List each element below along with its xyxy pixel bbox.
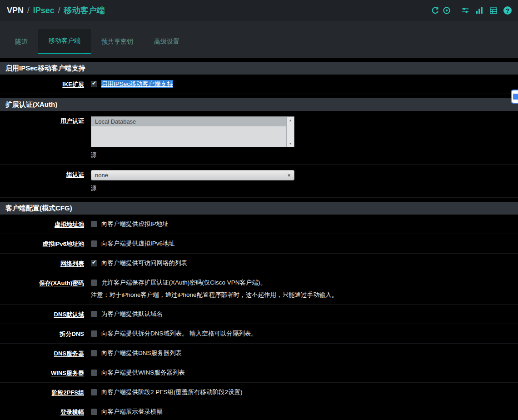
group-auth-select[interactable]: none bbox=[91, 170, 294, 180]
wins-servers-text: 向客户端提供WINS服务器列表 bbox=[101, 369, 185, 377]
user-auth-content: Local Database 源 bbox=[91, 111, 518, 164]
virtual-pool-text: 向客户端提供虚拟IP地址 bbox=[101, 220, 169, 228]
breadcrumb-vpn: VPN bbox=[7, 6, 24, 15]
status-icon[interactable] bbox=[443, 6, 451, 15]
dns-default-domain-text: 为客户端提供默认域名 bbox=[101, 310, 163, 318]
user-auth-hint: 源 bbox=[91, 151, 513, 159]
scroll-up-icon[interactable] bbox=[289, 117, 292, 124]
save-xauth-password-row: 保存(XAuth)密码 允许客户端保存扩展认证(XAuth)密码(仅Cisco … bbox=[0, 273, 518, 305]
top-navbar: VPN / IPsec / 移动客户端 bbox=[0, 0, 518, 21]
ike-extensions-checkbox[interactable] bbox=[91, 81, 97, 87]
chart-icon[interactable] bbox=[475, 6, 483, 15]
wins-servers-row: WINS服务器 向客户端提供WINS服务器列表 bbox=[0, 363, 518, 383]
network-list-text: 向客户端提供可访问网络的列表 bbox=[101, 259, 187, 267]
breadcrumb-ipsec-link[interactable]: IPsec bbox=[33, 6, 55, 15]
tab-tunnels[interactable]: 隧道 bbox=[5, 29, 38, 54]
breadcrumb-separator: / bbox=[27, 6, 30, 15]
group-auth-row: 组认证 none 源 bbox=[0, 165, 518, 198]
breadcrumb-mobile-clients-link[interactable]: 移动客户端 bbox=[64, 5, 105, 16]
login-banner-checkbox[interactable] bbox=[91, 409, 97, 415]
chevron-down-icon bbox=[284, 170, 294, 180]
scroll-down-icon[interactable] bbox=[289, 140, 292, 147]
ike-extensions-label: IKE扩展 bbox=[0, 75, 91, 94]
dns-servers-checkbox[interactable] bbox=[91, 350, 97, 356]
refresh-icon[interactable] bbox=[431, 6, 439, 15]
panel-xauth-title: 扩展认证(XAuth) bbox=[0, 98, 518, 111]
group-auth-selected-value: none bbox=[91, 172, 284, 179]
save-xauth-password-note: 注意：对于iPhone客户端，通过iPhone配置程序部署时，这不起作用，只能通… bbox=[91, 291, 513, 299]
phase2-pfs-text: 向客户端提供阶段2 PFS组(覆盖所有移动阶段2设置) bbox=[101, 388, 243, 396]
phase2-pfs-row: 阶段2PFS组 向客户端提供阶段2 PFS组(覆盖所有移动阶段2设置) bbox=[0, 383, 518, 402]
ike-extensions-row: IKE扩展 启用IPSec移动客户端支持 bbox=[0, 75, 518, 94]
translate-popup[interactable] bbox=[511, 90, 518, 104]
ike-extensions-text: 启用IPSec移动客户端支持 bbox=[101, 80, 173, 88]
dns-default-domain-checkbox[interactable] bbox=[91, 311, 97, 317]
split-dns-checkbox[interactable] bbox=[91, 330, 97, 337]
split-dns-row: 拆分DNS 向客户端提供拆分DNS域列表。 输入空格可以分隔列表。 bbox=[0, 324, 518, 344]
listbox-option-selected[interactable]: Local Database bbox=[91, 117, 286, 126]
panel-enable: 启用IPSec移动客户端支持 IKE扩展 启用IPSec移动客户端支持 bbox=[0, 62, 518, 94]
main-content: 启用IPSec移动客户端支持 IKE扩展 启用IPSec移动客户端支持 扩展认证… bbox=[0, 58, 518, 420]
panel-client-cfg: 客户端配置(模式CFG) 虚拟地址池 向客户端提供虚拟IP地址 虚拟IPv6地址… bbox=[0, 202, 518, 420]
group-auth-content: none 源 bbox=[91, 165, 518, 197]
navbar-icons: ? bbox=[431, 6, 512, 15]
filter-icon[interactable] bbox=[461, 6, 469, 15]
table-icon[interactable] bbox=[489, 6, 498, 15]
user-auth-label: 用户认证 bbox=[0, 111, 91, 164]
tab-preshared-keys[interactable]: 预共享密钥 bbox=[91, 29, 144, 54]
phase2-pfs-checkbox[interactable] bbox=[91, 389, 97, 395]
dns-servers-text: 向客户端提供DNS服务器列表 bbox=[101, 349, 182, 357]
user-auth-row: 用户认证 Local Database 源 bbox=[0, 111, 518, 165]
panel-enable-title: 启用IPSec移动客户端支持 bbox=[0, 62, 518, 75]
virtual-v6-pool-checkbox[interactable] bbox=[91, 240, 97, 247]
tab-strip: 隧道 移动客户端 预共享密钥 高级设置 bbox=[0, 21, 518, 58]
ike-extensions-content: 启用IPSec移动客户端支持 bbox=[91, 75, 518, 94]
virtual-v6-pool-text: 向客户端提供虚拟IPv6地址 bbox=[101, 240, 175, 248]
help-glyph: ? bbox=[503, 6, 512, 15]
wins-servers-checkbox[interactable] bbox=[91, 370, 97, 376]
breadcrumb-separator: / bbox=[58, 6, 60, 15]
group-auth-label: 组认证 bbox=[0, 165, 91, 197]
group-auth-hint: 源 bbox=[91, 185, 513, 192]
network-list-row: 网络列表 向客户端提供可访问网络的列表 bbox=[0, 254, 518, 273]
virtual-v6-pool-row: 虚拟IPv6地址池 向客户端提供虚拟IPv6地址 bbox=[0, 234, 518, 254]
panel-client-cfg-title: 客户端配置(模式CFG) bbox=[0, 202, 518, 215]
save-xauth-password-text: 允许客户端保存扩展认证(XAuth)密码(仅Cisco VPN客户端)。 bbox=[101, 279, 266, 287]
tab-advanced-settings[interactable]: 高级设置 bbox=[144, 29, 190, 54]
dns-default-domain-row: DNS默认域 为客户端提供默认域名 bbox=[0, 305, 518, 324]
save-xauth-password-checkbox[interactable] bbox=[91, 280, 97, 286]
panel-xauth: 扩展认证(XAuth) 用户认证 Local Database 源 组认证 bbox=[0, 98, 518, 198]
network-list-checkbox[interactable] bbox=[91, 260, 97, 266]
tab-mobile-clients[interactable]: 移动客户端 bbox=[38, 29, 91, 54]
help-icon[interactable]: ? bbox=[503, 6, 512, 15]
split-dns-text: 向客户端提供拆分DNS域列表。 输入空格可以分隔列表。 bbox=[101, 330, 257, 338]
listbox-scrollbar[interactable] bbox=[286, 117, 294, 147]
virtual-pool-row: 虚拟地址池 向客户端提供虚拟IP地址 bbox=[0, 215, 518, 234]
login-banner-text: 向客户端展示登录横幅 bbox=[101, 408, 163, 416]
virtual-pool-checkbox[interactable] bbox=[91, 221, 97, 227]
dns-servers-row: DNS服务器 向客户端提供DNS服务器列表 bbox=[0, 344, 518, 363]
login-banner-row: 登录横幅 向客户端展示登录横幅 bbox=[0, 402, 518, 420]
translate-icon bbox=[513, 94, 518, 100]
breadcrumb: VPN / IPsec / 移动客户端 bbox=[7, 5, 105, 16]
user-auth-listbox[interactable]: Local Database bbox=[91, 116, 294, 147]
